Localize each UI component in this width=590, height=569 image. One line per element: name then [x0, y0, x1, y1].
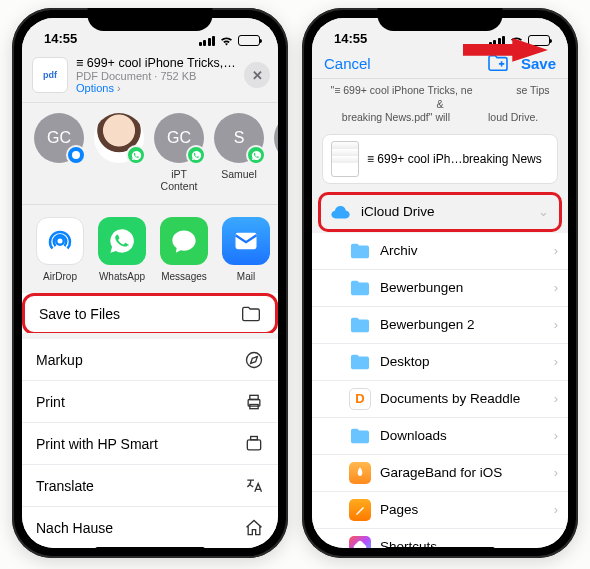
action-label: Markup: [36, 352, 83, 368]
contact-item[interactable]: GCiPT Content: [154, 113, 204, 192]
document-subtitle: PDF Document · 752 KB Options ›: [76, 70, 236, 94]
screen-right: 14:55 Cancel Save "≡ 699+ cool iPhone Tr…: [312, 18, 568, 548]
folder-label: GarageBand for iOS: [380, 465, 546, 480]
svg-point-2: [247, 352, 262, 367]
folder-row-bewerbungen[interactable]: Bewerbungen›: [312, 270, 568, 307]
whatsapp-badge-icon: [186, 145, 206, 165]
cell-signal-icon: [199, 36, 216, 46]
contact-label: iPT Content: [154, 168, 204, 192]
folder-label: Bewerbungen 2: [380, 317, 546, 332]
screen-left: 14:55 pdf ≡ 699+ cool iPhone Tricks, new…: [22, 18, 278, 548]
folder-label: Downloads: [380, 428, 546, 443]
folder-icon: [348, 350, 372, 374]
location-header-icloud[interactable]: iCloud Drive ⌄: [318, 192, 562, 232]
contact-item[interactable]: [94, 113, 144, 192]
folder-list: Archiv›Bewerbungen›Bewerbungen 2›Desktop…: [312, 233, 568, 548]
file-card-title: ≡ 699+ cool iPh…breaking News: [367, 152, 542, 166]
folder-row-downloads[interactable]: Downloads›: [312, 418, 568, 455]
share-header: pdf ≡ 699+ cool iPhone Tricks, new iO… P…: [22, 48, 278, 103]
action-label: Print with HP Smart: [36, 436, 158, 452]
battery-icon: [238, 35, 260, 46]
app-airdrop[interactable]: AirDrop: [36, 217, 84, 282]
home-indicator: [95, 547, 205, 552]
home-icon: [244, 518, 264, 538]
app-label: Mail: [237, 271, 255, 282]
folder-row-bewerbungen-2[interactable]: Bewerbungen 2›: [312, 307, 568, 344]
chevron-right-icon: ›: [554, 428, 558, 443]
action-folder[interactable]: Save to Files: [22, 293, 278, 335]
file-card: ≡ 699+ cool iPh…breaking News: [322, 134, 558, 184]
whatsapp-icon: [98, 217, 146, 265]
wifi-icon: [219, 35, 234, 46]
action-hp[interactable]: Print with HP Smart: [22, 423, 278, 465]
document-title: ≡ 699+ cool iPhone Tricks, new iO…: [76, 56, 236, 70]
chevron-right-icon: ›: [554, 502, 558, 517]
clock: 14:55: [334, 31, 367, 46]
pdf-thumbnail: pdf: [32, 57, 68, 93]
folder-row-desktop[interactable]: Desktop›: [312, 344, 568, 381]
chevron-right-icon: ›: [554, 465, 558, 480]
print-icon: [244, 392, 264, 412]
chevron-right-icon: ›: [554, 539, 558, 548]
avatar: GC: [154, 113, 204, 163]
notch: [378, 8, 503, 31]
airdrop-icon: [36, 217, 84, 265]
action-label: Translate: [36, 478, 94, 494]
home-indicator: [385, 547, 495, 552]
svg-rect-7: [251, 436, 258, 439]
svg-rect-6: [247, 439, 260, 449]
notch: [88, 8, 213, 31]
folder-label: Documents by Readdle: [380, 391, 546, 406]
avatar: GC: [34, 113, 84, 163]
folder-row-documents-by-readdle[interactable]: DDocuments by Readdle›: [312, 381, 568, 418]
folder-icon: [348, 313, 372, 337]
app-messages[interactable]: Messages: [160, 217, 208, 282]
whatsapp-badge-icon: [126, 145, 146, 165]
wifi-icon: [509, 35, 524, 46]
app-label: WhatsApp: [99, 271, 145, 282]
app-mail[interactable]: Mail: [222, 217, 270, 282]
folder-icon: [348, 276, 372, 300]
action-markup[interactable]: Markup: [22, 339, 278, 381]
action-label: Save to Files: [39, 306, 120, 322]
new-folder-icon[interactable]: [487, 54, 509, 72]
contact-item[interactable]: T: [274, 113, 278, 192]
folder-icon: [241, 304, 261, 324]
contact-item[interactable]: SSamuel: [214, 113, 264, 192]
folder-label: Pages: [380, 502, 546, 517]
hp-icon: [244, 434, 264, 454]
phone-right: 14:55 Cancel Save "≡ 699+ cool iPhone Tr…: [302, 8, 578, 558]
clock: 14:55: [44, 31, 77, 46]
action-translate[interactable]: Translate: [22, 465, 278, 507]
avatar: S: [214, 113, 264, 163]
save-info-text: "≡ 699+ cool iPhone Tricks, ne se Tips &…: [312, 79, 568, 130]
action-list: Save to FilesMarkupPrintPrint with HP Sm…: [22, 293, 278, 548]
pages-icon: [348, 498, 372, 522]
garage-icon: [348, 461, 372, 485]
folder-label: Desktop: [380, 354, 546, 369]
shortcuts-icon: [348, 535, 372, 548]
folder-icon: [348, 239, 372, 263]
options-link[interactable]: Options: [76, 82, 114, 94]
contact-item[interactable]: GC: [34, 113, 84, 192]
folder-row-archiv[interactable]: Archiv›: [312, 233, 568, 270]
translate-icon: [244, 476, 264, 496]
app-whatsapp[interactable]: WhatsApp: [98, 217, 146, 282]
action-label: Nach Hause: [36, 520, 113, 536]
avatar: [94, 113, 144, 163]
save-button[interactable]: Save: [521, 55, 556, 72]
action-home[interactable]: Nach Hause: [22, 507, 278, 548]
whatsapp-badge-icon: [246, 145, 266, 165]
action-print[interactable]: Print: [22, 381, 278, 423]
folder-row-garageband-for-ios[interactable]: GarageBand for iOS›: [312, 455, 568, 492]
app-row: AirDropWhatsAppMessagesMail: [22, 205, 278, 295]
folder-row-shortcuts[interactable]: Shortcuts›: [312, 529, 568, 548]
folder-row-pages[interactable]: Pages›: [312, 492, 568, 529]
chevron-right-icon: ›: [554, 243, 558, 258]
close-icon[interactable]: ✕: [244, 62, 270, 88]
cancel-button[interactable]: Cancel: [324, 55, 371, 72]
svg-point-0: [56, 237, 64, 245]
contact-label: Samuel: [221, 168, 257, 180]
messages-icon: [160, 217, 208, 265]
file-thumbnail-icon: [331, 141, 359, 177]
